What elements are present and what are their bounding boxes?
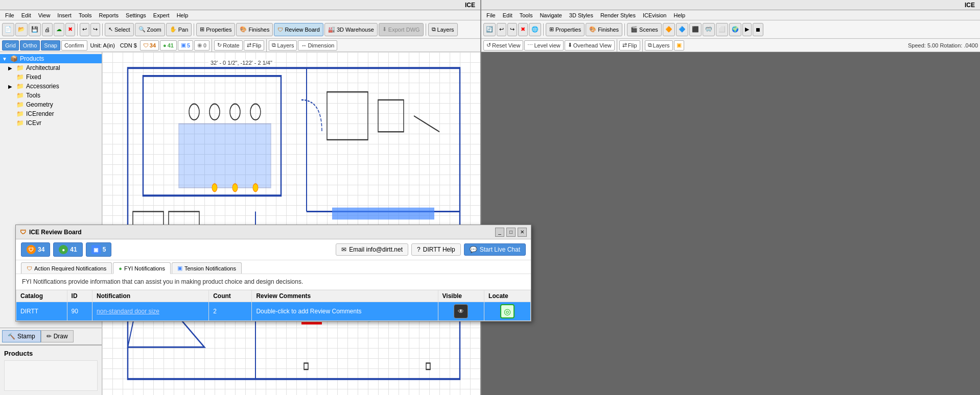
right-menu-tools[interactable]: Tools (517, 12, 536, 19)
counter-blue[interactable]: ▣ 5 (178, 40, 193, 51)
cell-locate[interactable]: ◎ (484, 302, 531, 321)
dialog-restore-btn[interactable]: □ (506, 228, 516, 237)
tree-item-architectural[interactable]: ▶ 📁 Architectural (0, 63, 102, 72)
snap-button[interactable]: Snap (41, 40, 60, 51)
counter-orange[interactable]: 🛡 34 (140, 40, 159, 51)
ortho-button[interactable]: Ortho (20, 40, 40, 51)
menu-settings[interactable]: Settings (123, 12, 149, 19)
tab-tension[interactable]: ▣ Tension Notifications (172, 262, 242, 274)
action-required-badge-btn[interactable]: 🛡 34 (21, 242, 50, 257)
right-play-btn[interactable]: ▶ (742, 23, 752, 36)
cell-notification[interactable]: non-standard door size (92, 302, 209, 321)
locate-button[interactable]: ◎ (500, 304, 515, 318)
right-sep2 (624, 23, 625, 36)
right-menu-navigate[interactable]: Navigate (536, 12, 565, 19)
tab-fyi[interactable]: ● FYI Notifications (113, 262, 171, 274)
pan-button[interactable]: ✋ Pan (166, 23, 192, 36)
dialog-close-btn[interactable]: ✕ (518, 228, 527, 237)
confirm-button[interactable]: Confirm (61, 40, 87, 51)
rotate-button[interactable]: ↻ Rotate (214, 40, 242, 51)
tree-item-geometry[interactable]: 📁 Geometry (0, 100, 102, 109)
dialog-minimize-btn[interactable]: _ (495, 228, 504, 237)
email-button[interactable]: ✉ Email info@dirtt.net (336, 243, 408, 256)
right-menu-icevision[interactable]: ICEvision (640, 12, 669, 19)
tab-action-required[interactable]: 🛡 Action Required Notifications (21, 262, 112, 274)
right-menu-render[interactable]: Render Styles (597, 12, 639, 19)
print-btn[interactable]: 🖨 (42, 23, 53, 36)
right-stop2-btn[interactable]: ⏹ (753, 23, 763, 36)
select-button[interactable]: ↖ Select (105, 23, 134, 36)
redo-btn[interactable]: ↪ (90, 23, 100, 36)
right-redo-btn[interactable]: ↪ (507, 23, 517, 36)
stamp-button[interactable]: 🔨 Stamp (2, 330, 41, 342)
flip-button[interactable]: ⇄ Flip (244, 40, 265, 51)
menu-edit[interactable]: Edit (18, 12, 34, 19)
finishes-button[interactable]: 🎨 Finishes (236, 23, 273, 36)
tree-item-icerender[interactable]: 📁 ICErender (0, 109, 102, 118)
right-browser-btn[interactable]: 🌐 (529, 23, 541, 36)
review-board-button[interactable]: 🛡 Review Board (274, 23, 323, 36)
menu-expert[interactable]: Expert (150, 12, 173, 19)
right-globe-btn[interactable]: 🌍 (729, 23, 741, 36)
tree-item-accessories[interactable]: ▶ 📁 Accessories (0, 82, 102, 91)
undo-btn[interactable]: ↩ (80, 23, 89, 36)
right-layers-button[interactable]: ⧉ Layers (645, 40, 673, 51)
live-chat-button[interactable]: 💬 Start Live Chat (464, 243, 526, 256)
right-mode2-btn[interactable]: 🔷 (676, 23, 688, 36)
tension-badge-btn[interactable]: ▣ 5 (86, 242, 112, 257)
right-menu-help[interactable]: Help (670, 12, 688, 19)
new-btn[interactable]: 📄 (2, 23, 14, 36)
layers-button[interactable]: ⧉ Layers (428, 23, 458, 36)
draw-button[interactable]: ✏ Draw (41, 330, 74, 342)
menu-reports[interactable]: Reports (96, 12, 122, 19)
cell-review-comments[interactable]: Double-click to add Review Comments (252, 302, 438, 321)
notification-link[interactable]: non-standard door size (97, 308, 159, 315)
right-menu-file[interactable]: File (483, 12, 499, 19)
reset-view-button[interactable]: ↺ Reset View (483, 40, 523, 51)
tree-item-icevr[interactable]: 📁 ICEvr (0, 118, 102, 128)
layers-button2[interactable]: ⧉ Layers (269, 40, 297, 51)
tree-item-fixed[interactable]: 📁 Fixed (0, 72, 102, 82)
right-mode1-btn[interactable]: 🔶 (663, 23, 675, 36)
menu-tools[interactable]: Tools (76, 12, 95, 19)
properties-button[interactable]: ⊞ Properties (196, 23, 235, 36)
fyi-badge-btn[interactable]: ● 41 (53, 242, 82, 257)
cloud-btn[interactable]: ☁ (54, 23, 64, 36)
tree-item-products[interactable]: ▼ 📦 Products (0, 54, 102, 63)
right-vr2-btn[interactable]: ⬜ (716, 23, 728, 36)
stop-btn[interactable]: ✖ (65, 23, 75, 36)
grid-button[interactable]: Grid (2, 40, 19, 51)
right-stop-btn[interactable]: ✖ (518, 23, 528, 36)
menu-file[interactable]: File (2, 12, 17, 19)
table-row[interactable]: DIRTT 90 non-standard door size 2 Double… (16, 302, 531, 321)
menu-help[interactable]: Help (174, 12, 192, 19)
warehouse-button[interactable]: 🏭 3D Warehouse (324, 23, 378, 36)
right-vr-btn[interactable]: 🥽 (703, 23, 715, 36)
save-btn[interactable]: 💾 (29, 23, 41, 36)
cell-visible[interactable]: 👁 (438, 302, 484, 321)
right-mode3-btn[interactable]: ⬛ (689, 23, 702, 36)
right-refresh-btn[interactable]: 🔄 (483, 23, 496, 36)
layers-color-btn[interactable]: ▣ (674, 40, 684, 51)
export-dwg-button[interactable]: ⬇ Export DWG (379, 23, 424, 36)
right-properties-button[interactable]: ⊞ Properties (546, 23, 585, 36)
dimension-button[interactable]: ↔ Dimension (298, 40, 337, 51)
counter-zero[interactable]: ◉ 0 (194, 40, 209, 51)
right-flip-button[interactable]: ⇄ Flip (619, 40, 640, 51)
right-menu-edit[interactable]: Edit (500, 12, 516, 19)
right-scenes-button[interactable]: 🎬 Scenes (627, 23, 662, 36)
right-undo-btn[interactable]: ↩ (497, 23, 506, 36)
level-view-button[interactable]: ⋯ Level view (524, 40, 563, 51)
counter-green[interactable]: ● 41 (160, 40, 177, 51)
overhead-view-button[interactable]: ⬇ Overhead View (565, 40, 615, 51)
canvas-area[interactable]: 32' - 0 1/2", -122' - 2 1/4" (102, 52, 480, 395)
menu-insert[interactable]: Insert (54, 12, 75, 19)
zoom-button[interactable]: 🔍 Zoom (135, 23, 165, 36)
visible-eye-button[interactable]: 👁 (454, 304, 468, 318)
right-finishes-button[interactable]: 🎨 Finishes (586, 23, 622, 36)
menu-view[interactable]: View (35, 12, 54, 19)
right-menu-3dstyles[interactable]: 3D Styles (566, 12, 596, 19)
dirtt-help-button[interactable]: ? DIRTT Help (411, 243, 461, 256)
tree-item-tools[interactable]: 📁 Tools (0, 91, 102, 100)
open-btn[interactable]: 📂 (15, 23, 28, 36)
